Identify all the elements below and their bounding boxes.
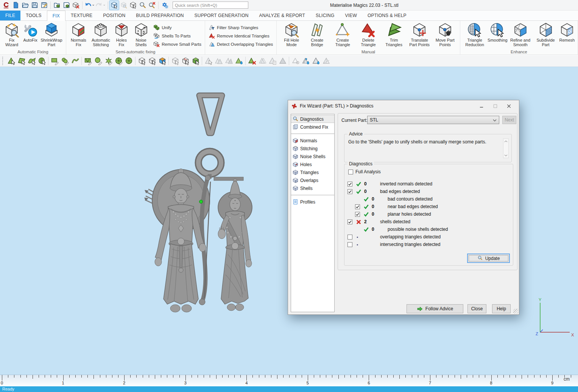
sidebar-item-holes[interactable]: Holes — [291, 160, 334, 168]
ribbon-filter-sharp-triangles[interactable]: Filter Sharp Triangles — [209, 24, 273, 31]
triangle-solid-icon[interactable] — [277, 56, 288, 66]
diagnostic-checkbox[interactable] — [347, 189, 352, 194]
shell-brush-mark-icon[interactable] — [93, 56, 103, 66]
brush-mark-icon[interactable] — [60, 56, 70, 66]
sector-mark-icon[interactable] — [124, 56, 134, 66]
triangle-report-icon[interactable] — [267, 56, 277, 66]
minimize-button[interactable] — [475, 101, 488, 110]
magics-logo-icon[interactable] — [2, 1, 11, 10]
sidebar-item-noise-shells[interactable]: Noise Shells — [291, 152, 334, 160]
open-file-icon[interactable] — [20, 1, 30, 10]
resize-grip[interactable] — [513, 309, 518, 314]
triangle-pair-gray-icon[interactable] — [257, 56, 267, 66]
tab-file[interactable]: FILE — [0, 11, 20, 20]
ribbon-holes-fix[interactable]: Holes Fix — [113, 22, 130, 47]
wheel-mark-icon[interactable] — [114, 56, 124, 66]
ribbon-create-triangle[interactable]: Create Triangle — [330, 22, 355, 47]
tab-tools[interactable]: TOOLS — [20, 11, 47, 20]
triangle-drops-icon[interactable] — [301, 56, 311, 66]
ribbon-unify[interactable]: Unify — [153, 24, 201, 31]
ribbon-subdivide-part[interactable]: Subdivide Part — [533, 22, 558, 47]
triangle-frame-icon[interactable] — [321, 56, 331, 66]
update-button[interactable]: Update — [467, 254, 510, 263]
select-noise-box-icon[interactable] — [180, 56, 190, 66]
quick-search-input[interactable] — [173, 2, 248, 9]
close-button[interactable] — [502, 101, 516, 110]
ribbon-fill-hole-mode[interactable]: Fill Hole Mode — [279, 22, 304, 47]
export-part-icon[interactable] — [62, 1, 71, 10]
triangle-cursor-icon[interactable] — [203, 56, 213, 66]
sidebar-item-combined-fix[interactable]: Combined Fix — [291, 123, 334, 131]
ribbon-create-bridge[interactable]: Create Bridge — [305, 22, 330, 47]
mark-plane-icon[interactable] — [16, 56, 26, 66]
close-dialog-button[interactable]: Close — [467, 304, 486, 313]
select-colored-box-icon[interactable] — [157, 56, 167, 66]
ribbon-shells-to-parts[interactable]: Shells To Parts — [153, 33, 201, 39]
toolbar-drag-handle[interactable] — [2, 57, 4, 65]
tab-fix[interactable]: FIX — [47, 11, 65, 21]
sidebar-item-overlaps[interactable]: Overlaps — [291, 176, 334, 184]
diagnostic-checkbox[interactable] — [347, 182, 352, 187]
select-ghost-box-icon[interactable] — [170, 56, 180, 66]
scroll-down-icon[interactable] — [503, 153, 508, 158]
sidebar-item-stitching[interactable]: Stitching — [291, 145, 334, 152]
diagnostic-checkbox[interactable] — [347, 235, 352, 240]
ribbon-fix-wizard[interactable]: Fix Wizard — [2, 22, 21, 47]
full-analysis-checkbox[interactable] — [348, 170, 353, 174]
next-button[interactable]: Next — [502, 116, 516, 124]
window-mark-icon[interactable] — [83, 56, 93, 66]
help-button[interactable]: Help — [492, 304, 511, 313]
triangle-flip-icon[interactable] — [224, 56, 234, 66]
advice-scrollbar[interactable] — [503, 138, 509, 158]
ribbon-normals-fix[interactable]: Normals Fix — [69, 22, 89, 47]
triangle-drop-icon[interactable] — [311, 56, 321, 66]
scroll-up-icon[interactable] — [503, 139, 508, 144]
redo-icon[interactable] — [95, 1, 106, 10]
ribbon-delete-triangle[interactable]: Delete Triangle — [356, 22, 381, 47]
tab-position[interactable]: POSITION — [98, 11, 131, 20]
triangle-delete-icon[interactable] — [247, 56, 257, 66]
polyline-mark-icon[interactable] — [70, 56, 80, 66]
mark-shell-icon[interactable] — [37, 56, 47, 66]
ribbon-automatic-stitching[interactable]: Automatic Stitching — [89, 22, 112, 47]
tab-support-generation[interactable]: SUPPORT GENERATION — [189, 11, 254, 20]
ribbon-smoothing[interactable]: Smoothing — [488, 22, 508, 43]
marked-point[interactable] — [199, 200, 203, 204]
ribbon-triangle-reduction[interactable]: Triangle Reduction — [463, 22, 487, 47]
maximize-button[interactable] — [488, 101, 502, 110]
tab-slicing[interactable]: SLICING — [310, 11, 340, 20]
rectangle-mark-icon[interactable] — [50, 56, 60, 66]
view-cube-icon[interactable] — [109, 1, 119, 10]
stl-part-ram-sita-pendant[interactable] — [144, 87, 269, 322]
ribbon-remesh[interactable]: Remesh — [559, 22, 575, 43]
save-icon[interactable] — [30, 1, 39, 10]
tab-analyze-report[interactable]: ANALYZE & REPORT — [254, 11, 310, 20]
diagnostic-checkbox[interactable] — [347, 242, 352, 247]
new-scene-icon[interactable] — [11, 1, 20, 10]
mark-surface-icon[interactable] — [26, 56, 37, 66]
mark-triangle-icon[interactable] — [6, 56, 16, 66]
undo-icon[interactable] — [84, 1, 95, 10]
ribbon-detect-overlapping-triangles[interactable]: Detect Overlapping Triangles — [209, 41, 273, 47]
diagnostic-checkbox[interactable] — [347, 219, 352, 224]
sidebar-item-normals[interactable]: Normals — [291, 137, 334, 145]
triangle-pair-icon[interactable] — [213, 56, 224, 66]
follow-advice-button[interactable]: Follow Advice — [407, 304, 463, 313]
tab-texture[interactable]: TEXTURE — [65, 11, 98, 20]
zoom-icon[interactable] — [138, 1, 147, 10]
star-mark-icon[interactable] — [103, 56, 114, 66]
sidebar-item-triangles[interactable]: Triangles — [291, 168, 334, 176]
ribbon-noise-shells[interactable]: Noise Shells — [131, 22, 151, 47]
ribbon-shrinkwrap-part[interactable]: ShrinkWrap Part — [39, 22, 64, 47]
ribbon-refine-and-smooth[interactable]: Refine and Smooth — [508, 22, 533, 47]
ribbon-remove-small-parts[interactable]: Remove Small Parts — [153, 41, 201, 47]
ribbon-move-part-points[interactable]: Move Part Points — [433, 22, 458, 47]
ribbon-translate-part-points[interactable]: Translate Part Points — [407, 22, 432, 47]
remove-part-icon[interactable] — [71, 1, 81, 10]
tab-build-preparation[interactable]: BUILD PREPARATION — [131, 11, 189, 20]
triangle-lasso-icon[interactable] — [290, 56, 301, 66]
sidebar-item-profiles[interactable]: Profiles — [291, 198, 334, 206]
select-part-box-icon[interactable] — [137, 56, 147, 66]
unzoom-icon[interactable] — [147, 1, 157, 10]
settings-gears-icon[interactable] — [160, 1, 170, 10]
